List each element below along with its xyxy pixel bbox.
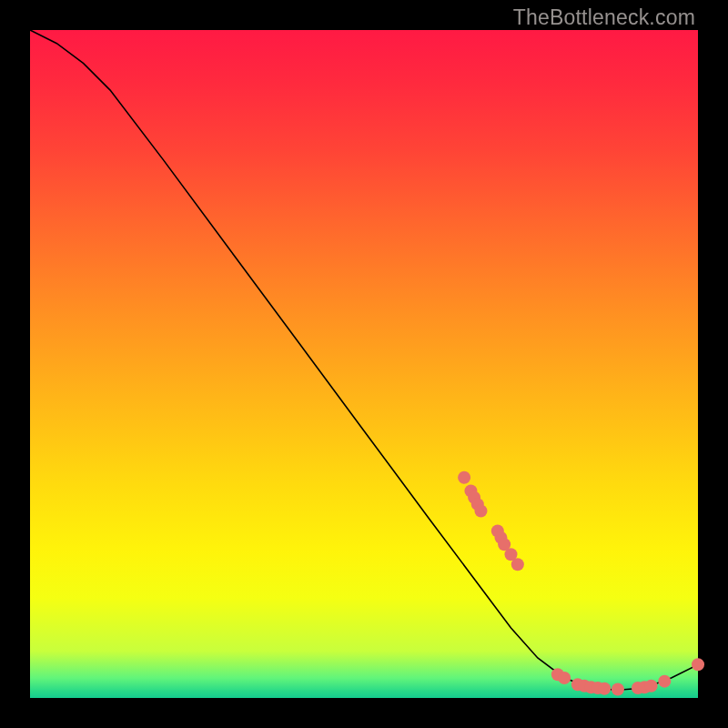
data-marker: [692, 658, 704, 671]
data-markers: [458, 471, 704, 696]
data-marker: [474, 504, 487, 517]
data-marker: [645, 680, 658, 693]
data-marker: [612, 682, 624, 695]
data-marker: [658, 675, 671, 688]
chart-overlay: [30, 30, 698, 698]
bottleneck-curve: [30, 30, 698, 690]
data-marker: [598, 682, 611, 695]
data-marker: [458, 471, 470, 484]
data-marker: [558, 672, 571, 684]
watermark-text: TheBottleneck.com: [513, 5, 695, 30]
data-marker: [511, 558, 524, 571]
